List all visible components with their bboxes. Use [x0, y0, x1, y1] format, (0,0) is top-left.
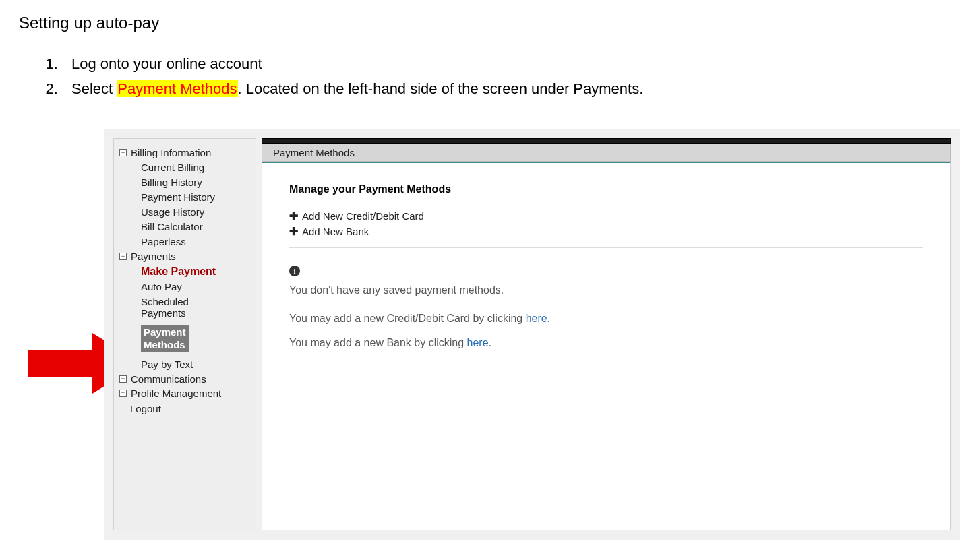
main-top-bar	[262, 138, 951, 144]
screenshot-container: − Billing Information Current Billing Bi…	[84, 129, 959, 540]
sidebar-item-label-line1: Scheduled	[141, 296, 189, 307]
add-new-card-label: Add New Credit/Debit Card	[302, 210, 424, 222]
sidebar-item-paperless[interactable]: Paperless	[141, 236, 256, 247]
step-1: Log onto your online account	[62, 51, 941, 76]
step-2-before: Select	[71, 80, 117, 97]
add-new-bank-label: Add New Bank	[302, 226, 369, 237]
sidebar-item-label-line2: Payments	[141, 307, 186, 319]
sidebar-item-billing-history[interactable]: Billing History	[141, 177, 256, 188]
info-icon: i	[289, 266, 300, 276]
add-bank-text-before: You may add a new Bank by clicking	[289, 337, 467, 348]
expand-icon: +	[119, 390, 127, 397]
sidebar-item-payment-history[interactable]: Payment History	[141, 191, 256, 203]
add-bank-here-link[interactable]: here	[467, 337, 489, 348]
sidebar-section-payments[interactable]: − Payments	[119, 251, 256, 262]
add-card-text-before: You may add a new Credit/Debit Card by c…	[289, 313, 526, 324]
sidebar-section-profile-management[interactable]: + Profile Management	[119, 387, 256, 399]
sidebar-item-payment-methods[interactable]: Payment Methods	[141, 325, 189, 352]
doc-title: Setting up auto-pay	[19, 13, 941, 32]
add-card-here-link[interactable]: here	[526, 313, 547, 324]
step-2: Select Payment Methods. Located on the l…	[62, 76, 941, 101]
no-saved-methods-text: You don't have any saved payment methods…	[289, 284, 923, 297]
collapse-icon: −	[119, 253, 127, 260]
add-methods-block: ✚ Add New Credit/Debit Card ✚ Add New Ba…	[289, 210, 923, 248]
sidebar-item-scheduled-payments[interactable]: Scheduled Payments	[141, 296, 256, 319]
step-2-highlight: Payment Methods	[117, 80, 237, 97]
add-bank-text-after: .	[489, 337, 491, 348]
sidebar-item-usage-history[interactable]: Usage History	[141, 206, 256, 218]
collapse-icon: −	[119, 149, 127, 156]
sidebar-section-label: Profile Management	[131, 387, 221, 399]
sidebar-section-communications[interactable]: + Communications	[119, 373, 256, 385]
sidebar: − Billing Information Current Billing Bi…	[113, 138, 256, 530]
step-2-after: . Located on the left-hand side of the s…	[238, 80, 644, 97]
sidebar-item-pay-by-text[interactable]: Pay by Text	[141, 359, 256, 370]
panel-header: Payment Methods	[262, 144, 951, 162]
sidebar-item-current-billing[interactable]: Current Billing	[141, 162, 256, 173]
add-card-sentence: You may add a new Credit/Debit Card by c…	[289, 313, 923, 325]
expand-icon: +	[119, 375, 127, 383]
sidebar-item-auto-pay[interactable]: Auto Pay	[141, 281, 256, 292]
add-new-bank-link[interactable]: ✚ Add New Bank	[289, 225, 923, 238]
sidebar-item-label-line1: Payment	[144, 326, 186, 338]
sidebar-item-logout[interactable]: Logout	[130, 403, 256, 414]
add-card-text-after: .	[547, 313, 550, 324]
plus-icon: ✚	[289, 210, 298, 222]
sidebar-item-make-payment[interactable]: Make Payment	[141, 266, 256, 278]
add-bank-sentence: You may add a new Bank by clicking here.	[289, 337, 923, 349]
sidebar-section-label: Payments	[131, 251, 176, 262]
steps-list: Log onto your online account Select Paym…	[19, 51, 941, 102]
sidebar-item-bill-calculator[interactable]: Bill Calculator	[141, 221, 256, 232]
add-new-card-link[interactable]: ✚ Add New Credit/Debit Card	[289, 210, 923, 222]
panel-heading: Manage your Payment Methods	[289, 183, 923, 201]
main-area: Payment Methods Manage your Payment Meth…	[262, 138, 951, 530]
sidebar-section-label: Billing Information	[131, 147, 211, 158]
sidebar-section-billing-information[interactable]: − Billing Information	[119, 147, 256, 158]
sidebar-section-label: Communications	[131, 373, 206, 385]
sidebar-item-label-line2: Methods	[144, 339, 185, 350]
plus-icon: ✚	[289, 225, 298, 238]
app-window: − Billing Information Current Billing Bi…	[104, 129, 960, 540]
panel-body: Manage your Payment Methods ✚ Add New Cr…	[262, 162, 951, 530]
